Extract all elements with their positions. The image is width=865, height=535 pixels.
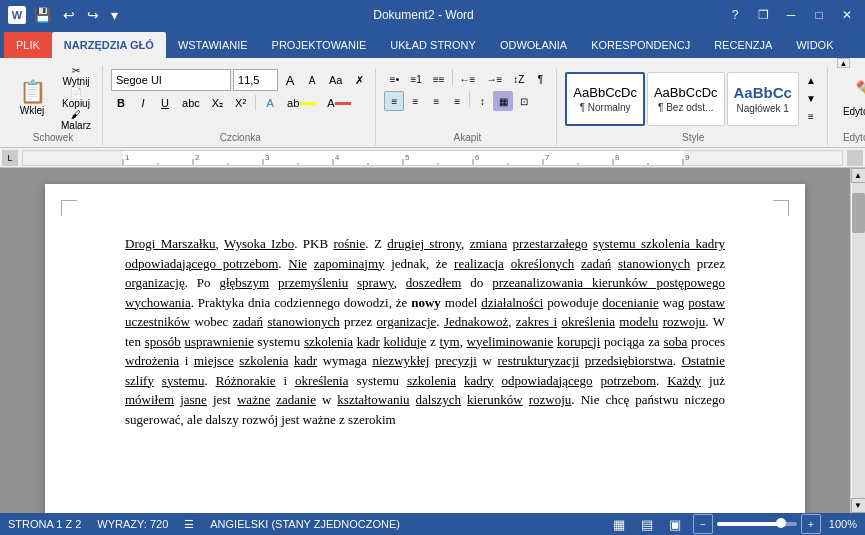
italic-button[interactable]: I — [133, 93, 153, 113]
zoom-percent: 100% — [829, 518, 857, 530]
group-akapit: ≡• ≡1 ≡≡ ←≡ →≡ ↕Z ¶ ≡ ≡ ≡ ≡ ↕ ▦ ⊡ Akapit — [378, 69, 557, 145]
clear-format-button[interactable]: ✗ — [349, 70, 369, 90]
scroll-thumb[interactable] — [852, 193, 865, 233]
highlight-button[interactable]: ab — [282, 93, 320, 113]
ruler-corner[interactable]: L — [2, 150, 18, 166]
text-organizacje: organizację — [125, 275, 185, 290]
tab-uklad[interactable]: UKŁAD STRONY — [378, 32, 488, 58]
edytowanie-button[interactable]: ✏️ Edytowanie — [836, 70, 865, 130]
style-bez-odst[interactable]: AaBbCcDc ¶ Bez odst... — [647, 72, 725, 126]
text-dzialalnosci: działalności — [481, 295, 543, 310]
font-size-input[interactable] — [233, 69, 278, 91]
tab-korespondencj[interactable]: KORESPONDENCJ — [579, 32, 702, 58]
zoom-out-button[interactable]: − — [693, 514, 713, 534]
vertical-scrollbar[interactable]: ▲ ▼ — [850, 168, 865, 513]
text-jasne: jasne — [180, 392, 207, 407]
svg-text:8: 8 — [615, 153, 620, 162]
help-button[interactable]: ? — [725, 5, 745, 25]
style-naglowek1[interactable]: AaBbCc Nagłówek 1 — [727, 72, 799, 126]
text-zadan2: zadań — [233, 314, 263, 329]
text-effect-button[interactable]: A — [260, 93, 280, 113]
bold-button[interactable]: B — [111, 93, 131, 113]
strikethrough-button[interactable]: abc — [177, 93, 205, 113]
align-center-button[interactable]: ≡ — [405, 91, 425, 111]
main-area: Drogi Marszałku, Wysoka Izbo. PKB rośnie… — [0, 168, 865, 513]
copy-button[interactable]: 📄 Kopiuj — [56, 88, 96, 108]
svg-text:7: 7 — [545, 153, 550, 162]
increase-indent-button[interactable]: →≡ — [481, 69, 507, 89]
tab-projektowanie[interactable]: PROJEKTOWANIE — [260, 32, 379, 58]
style-normalny-label: ¶ Normalny — [580, 102, 631, 113]
sort-button[interactable]: ↕Z — [508, 69, 529, 89]
borders-button[interactable]: ⊡ — [514, 91, 534, 111]
collapse-ribbon-button[interactable]: ▲ — [837, 58, 850, 68]
view-web-button[interactable]: ▣ — [665, 514, 685, 534]
document-text[interactable]: Drogi Marszałku, Wysoka Izbo. PKB rośnie… — [125, 234, 725, 429]
text-restrukturyzacji: restrukturyzacji — [498, 353, 580, 368]
paste-button[interactable]: 📋 Wklej — [10, 68, 54, 128]
text-sprawy: sprawy — [357, 275, 394, 290]
status-right: ▦ ▤ ▣ − + 100% — [609, 514, 857, 534]
restore-down-button[interactable]: ❐ — [753, 5, 773, 25]
font-row2: B I U abc X₂ X² A ab A — [111, 93, 356, 113]
style-more[interactable]: ≡ — [801, 108, 821, 126]
decrease-indent-button[interactable]: ←≡ — [455, 69, 481, 89]
font-grow-button[interactable]: A — [280, 70, 300, 90]
text-okreslenia: określenia — [561, 314, 614, 329]
edytowanie-label: Edytowanie — [843, 106, 865, 117]
maximize-button[interactable]: □ — [809, 5, 829, 25]
zoom-track[interactable] — [717, 522, 797, 526]
tab-narzedzia[interactable]: NARZĘDZIA GŁÓ — [52, 32, 166, 58]
style-scroll-up[interactable]: ▲ — [801, 72, 821, 90]
window-controls: ? ❐ ─ □ ✕ — [725, 5, 857, 25]
zoom-slider[interactable]: − + — [693, 514, 821, 534]
view-normal-button[interactable]: ▦ — [609, 514, 629, 534]
font-color-bar — [335, 102, 351, 105]
undo-button[interactable]: ↩ — [59, 5, 79, 25]
scroll-up-button[interactable]: ▲ — [851, 168, 866, 183]
tab-wstawianie[interactable]: WSTAWIANIE — [166, 32, 260, 58]
superscript-button[interactable]: X² — [230, 93, 251, 113]
align-right-button[interactable]: ≡ — [426, 91, 446, 111]
underline-button[interactable]: U — [155, 93, 175, 113]
format-painter-button[interactable]: 🖌 Malarz — [56, 110, 96, 130]
title-bar-left: W 💾 ↩ ↪ ▾ — [8, 5, 122, 25]
show-marks-button[interactable]: ¶ — [530, 69, 550, 89]
tab-recenzja[interactable]: RECENZJA — [702, 32, 784, 58]
multilevel-button[interactable]: ≡≡ — [428, 69, 450, 89]
font-name-input[interactable] — [111, 69, 231, 91]
close-button[interactable]: ✕ — [837, 5, 857, 25]
minimize-button[interactable]: ─ — [781, 5, 801, 25]
justify-button[interactable]: ≡ — [447, 91, 467, 111]
font-color-button[interactable]: A — [322, 93, 355, 113]
cut-button[interactable]: ✂ Wytnij — [56, 66, 96, 86]
save-button[interactable]: 💾 — [30, 5, 55, 25]
tab-widok[interactable]: WIDOK — [784, 32, 845, 58]
text-korupcji: korupcji — [557, 334, 600, 349]
view-reading-button[interactable]: ▤ — [637, 514, 657, 534]
line-spacing-button[interactable]: ↕ — [472, 91, 492, 111]
style-normalny[interactable]: AaBbCcDc ¶ Normalny — [565, 72, 645, 126]
scroll-down-button[interactable]: ▼ — [851, 498, 866, 513]
document-area[interactable]: Drogi Marszałku, Wysoka Izbo. PKB rośnie… — [0, 168, 850, 513]
text-wysoka: Wysoka Izbo — [224, 236, 294, 251]
zoom-in-button[interactable]: + — [801, 514, 821, 534]
tab-plik[interactable]: PLIK — [4, 32, 52, 58]
style-label: Style — [565, 132, 821, 143]
numbering-button[interactable]: ≡1 — [405, 69, 426, 89]
shading-button[interactable]: ▦ — [493, 91, 513, 111]
quick-access-dropdown[interactable]: ▾ — [107, 5, 122, 25]
status-left: STRONA 1 Z 2 WYRAZY: 720 ☰ ANGIELSKI (ST… — [8, 518, 400, 531]
akapit-label: Akapit — [384, 132, 550, 143]
scroll-track[interactable] — [852, 183, 865, 498]
tab-odwolania[interactable]: ODWOŁANIA — [488, 32, 579, 58]
redo-button[interactable]: ↪ — [83, 5, 103, 25]
change-case-button[interactable]: Aa — [324, 70, 347, 90]
text-miejsce: miejsce — [194, 353, 234, 368]
bullets-button[interactable]: ≡• — [384, 69, 404, 89]
align-left-button[interactable]: ≡ — [384, 91, 404, 111]
font-shrink-button[interactable]: A — [302, 70, 322, 90]
zoom-thumb[interactable] — [776, 518, 786, 528]
style-scroll-down[interactable]: ▼ — [801, 90, 821, 108]
subscript-button[interactable]: X₂ — [207, 93, 228, 113]
